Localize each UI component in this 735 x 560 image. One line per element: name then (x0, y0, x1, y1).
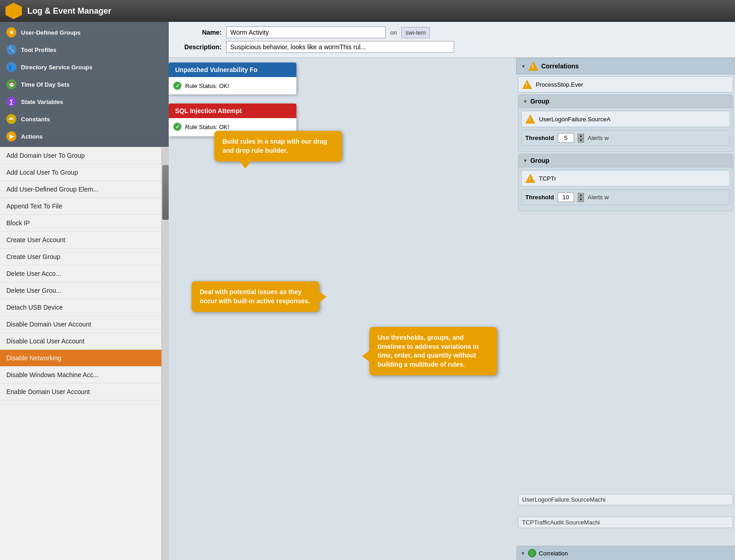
sidebar-item-time-of-day-sets[interactable]: ⏰ Time Of Day Sets (0, 76, 169, 93)
sidebar-item-label: Directory Service Groups (21, 64, 93, 71)
group-1-header[interactable]: ▼ Group (518, 95, 733, 108)
actions-list-item-append-text-to-file[interactable]: Append Text To File (0, 198, 161, 215)
corr-bottom-panel: ▼ Correlation (516, 546, 735, 560)
threshold-row-1: Threshold 5 ▲ ▼ Alerts w (521, 130, 730, 146)
group-2-label: Group (530, 157, 549, 164)
server-value: swi-lem (401, 27, 430, 38)
process-stop-text: ProcessStop.Ever (536, 81, 583, 88)
app-logo (5, 3, 22, 19)
sidebar-item-state-variables[interactable]: ∑ State Variables (0, 93, 169, 110)
title-bar: Log & Event Manager (0, 0, 735, 22)
name-label: Name: (176, 29, 222, 36)
description-input[interactable] (226, 41, 454, 53)
threshold-1-up[interactable]: ▲ (578, 134, 584, 138)
group-1-label: Group (530, 98, 549, 105)
threshold-row-2: Threshold 10 ▲ ▼ Alerts w (521, 189, 730, 205)
description-label: Description: (176, 43, 222, 51)
correlations-warn-icon: ! (528, 61, 538, 71)
tool-profiles-icon: 🔧 (6, 45, 16, 55)
tooltip-drag-drop: Build rules in a snap with our drag and … (214, 131, 342, 161)
user-defined-groups-icon: ★ (6, 27, 16, 37)
status-ok-icon-sql: ✓ (173, 123, 181, 131)
group-2-item[interactable]: ! TCPTr (521, 170, 730, 187)
constants-icon: ✏ (6, 114, 16, 124)
actions-list-item-detach-usb-device[interactable]: Detach USB Device (0, 299, 161, 316)
actions-list-item-enable-domain-user-account[interactable]: Enable Domain User Account (0, 384, 161, 400)
threshold-1-label: Threshold (525, 135, 554, 141)
group-1-warn-icon: ! (525, 114, 535, 124)
bottom-text-2: TCPTrafficAudit.SourceMachi (518, 517, 733, 528)
correlations-chevron: ▼ (521, 64, 526, 69)
corr-bottom-icon (528, 549, 536, 557)
status-ok-icon-unpatched: ✓ (173, 82, 181, 90)
right-content: Name: on swi-lem Description: Unpatched … (169, 22, 735, 560)
sidebar-item-label: State Variables (21, 99, 63, 105)
main-layout: ★ User-Defined Groups 🔧 Tool Profiles 👥 … (0, 22, 735, 560)
sidebar-item-user-defined-groups[interactable]: ★ User-Defined Groups (0, 24, 169, 41)
name-input[interactable] (226, 26, 386, 38)
actions-list-item-create-user-account[interactable]: Create User Account (0, 232, 161, 249)
sidebar-nav: ★ User-Defined Groups 🔧 Tool Profiles 👥 … (0, 22, 169, 147)
rule-header: Name: on swi-lem Description: (169, 22, 735, 58)
group-1-item[interactable]: ! UserLogonFailure.SourceA (521, 111, 730, 127)
threshold-2-up[interactable]: ▲ (578, 193, 584, 197)
threshold-2-down[interactable]: ▼ (578, 197, 584, 202)
actions-list-item-disable-domain-user-account[interactable]: Disable Domain User Account (0, 316, 161, 333)
name-row: Name: on swi-lem (176, 26, 728, 38)
group-panel-2: ▼ Group ! TCPTr Threshold (518, 154, 733, 211)
threshold-1-down[interactable]: ▼ (578, 138, 584, 143)
actions-list[interactable]: Add Domain User To GroupAdd Local User T… (0, 147, 161, 560)
actions-list-item-delete-user-group[interactable]: Delete User Grou... (0, 282, 161, 299)
correlations-container: ▼ ! Correlations ! ProcessStop.Ever (516, 58, 735, 560)
actions-list-item-disable-windows-machine-acc[interactable]: Disable Windows Machine Acc... (0, 367, 161, 384)
rule-block-unpatched: Unpatched Vulnerability Fo ✓ Rule Status… (169, 62, 296, 94)
actions-list-item-delete-user-account[interactable]: Delete User Acco... (0, 265, 161, 282)
scrollbar-thumb[interactable] (162, 165, 169, 220)
directory-service-icon: 👥 (6, 62, 16, 72)
actions-list-item-add-local-user-to-group[interactable]: Add Local User To Group (0, 164, 161, 181)
rule-block-header-sql: SQL Injection Attempt (169, 104, 296, 118)
actions-list-item-disable-networking[interactable]: Disable Networking (0, 350, 161, 367)
sidebar-scrollbar[interactable] (161, 147, 169, 560)
canvas-area: Unpatched Vulnerability Fo ✓ Rule Status… (169, 58, 735, 560)
threshold-2-alerts: Alerts w (588, 194, 609, 201)
rule-block-header-unpatched: Unpatched Vulnerability Fo (169, 62, 296, 77)
description-row: Description: (176, 41, 728, 53)
correlations-header[interactable]: ▼ ! Correlations (516, 58, 735, 74)
tooltip-thresholds: Use thresholds, groups, and timelines to… (369, 327, 497, 375)
tooltip-active-responses: Deal with potential issues as they occur… (192, 281, 319, 312)
status-text-unpatched: Rule Status: OK! (185, 83, 229, 89)
status-bar-unpatched: ✓ Rule Status: OK! (173, 80, 292, 92)
actions-icon: ▶ (6, 131, 16, 141)
group-2-header[interactable]: ▼ Group (518, 154, 733, 167)
sidebar-item-label: User-Defined Groups (21, 29, 81, 36)
threshold-1-value: 5 (558, 133, 574, 143)
group-1-body: ! UserLogonFailure.SourceA Threshold 5 ▲… (518, 108, 733, 151)
rule-block-body-unpatched: ✓ Rule Status: OK! (169, 77, 296, 94)
group-2-warn-icon: ! (525, 173, 535, 183)
group-2-body: ! TCPTr Threshold 10 ▲ ▼ Alerts w (518, 167, 733, 211)
sidebar-item-tool-profiles[interactable]: 🔧 Tool Profiles (0, 41, 169, 58)
actions-list-item-add-domain-user-to-group[interactable]: Add Domain User To Group (0, 147, 161, 164)
sidebar-item-actions[interactable]: ▶ Actions (0, 128, 169, 145)
actions-list-item-create-user-group[interactable]: Create User Group (0, 249, 161, 265)
sidebar-list-container: Add Domain User To GroupAdd Local User T… (0, 147, 169, 560)
group-1-chevron: ▼ (523, 99, 528, 104)
bottom-text-1: UserLogonFailure.SourceMachi (518, 494, 733, 505)
process-stop-item[interactable]: ! ProcessStop.Ever (518, 76, 733, 93)
actions-list-item-add-user-defined-group-elem[interactable]: Add User-Defined Group Elem... (0, 181, 161, 198)
threshold-1-alerts: Alerts w (588, 135, 609, 141)
threshold-2-value: 10 (558, 192, 574, 202)
threshold-2-label: Threshold (525, 194, 554, 201)
threshold-1-spinner[interactable]: ▲ ▼ (578, 134, 584, 143)
actions-list-item-block-ip[interactable]: Block IP (0, 215, 161, 232)
sidebar: ★ User-Defined Groups 🔧 Tool Profiles 👥 … (0, 22, 169, 560)
actions-list-item-disable-local-user-account[interactable]: Disable Local User Account (0, 333, 161, 350)
process-stop-warn-icon: ! (522, 79, 532, 89)
threshold-2-spinner[interactable]: ▲ ▼ (578, 193, 584, 202)
sidebar-item-constants[interactable]: ✏ Constants (0, 110, 169, 128)
on-label: on (390, 29, 397, 36)
corr-bottom-label: Correlation (539, 550, 568, 557)
sidebar-item-directory-service-groups[interactable]: 👥 Directory Service Groups (0, 58, 169, 76)
group-2-chevron: ▼ (523, 158, 528, 163)
